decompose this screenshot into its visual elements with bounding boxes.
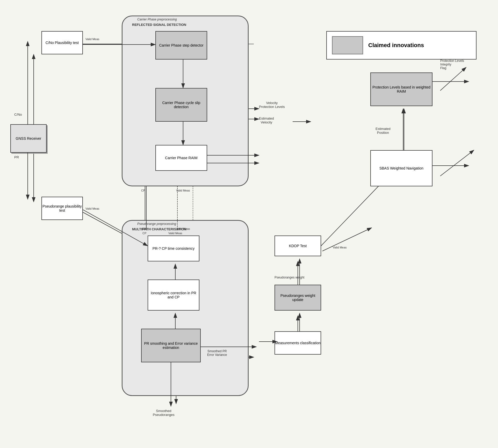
gnss-receiver-label: GNSS Receiver	[16, 136, 41, 141]
protection-levels-box: Protection Levels based in weighted RAIM	[370, 72, 432, 106]
pr-smoothing-box: PR smoothing and Error variance estimati…	[141, 329, 201, 362]
valid-meas-1: Valid Meas	[85, 38, 99, 41]
cp-cycle-slip-box: Carrier Phase cycle slip detection	[155, 88, 207, 122]
smoothed-class-arrow	[259, 339, 280, 355]
reflected-signal-title: REFLECTED SIGNAL DETECTION	[132, 23, 186, 27]
class-weight-arrow	[297, 311, 302, 334]
pseudorange-plausibility-box: Pseudorange plausibility test	[41, 197, 83, 220]
sbas-navigation-label: SBAS Weighted Navigation	[379, 166, 423, 170]
cno-plausibility-label: C/No Plausibility test	[46, 41, 79, 45]
measurements-classification-box: Measurements classification	[275, 331, 321, 355]
legend-shaded-box	[332, 36, 363, 54]
estimated-vel-arrow	[293, 119, 313, 124]
cno-plausibility-box: C/No Plausibility test	[41, 31, 83, 54]
cp-step-detector-label: Carrier Phase step detector	[159, 43, 203, 47]
svg-line-61	[83, 210, 148, 246]
iono-smooth-arrow	[173, 311, 178, 331]
svg-line-30	[322, 228, 372, 251]
cp-down-line: CP Valid Meas	[141, 186, 198, 238]
pr-smoothing-label: PR smoothing and Error variance estimati…	[142, 341, 200, 350]
cno-step-arrow	[83, 41, 159, 48]
gnss-receiver-box: GNSS Receiver	[10, 124, 47, 153]
carrier-phase-section-label: Carrier Phase preprocessing	[137, 18, 177, 21]
cno-label: C/No	[14, 113, 22, 116]
velocity-protection-label: VelocityProtection Levels	[259, 101, 285, 109]
claimed-innovations-label: Claimed innovations	[368, 42, 424, 49]
claimed-innovations-container: Claimed innovations	[326, 31, 477, 60]
pr-label: PR	[14, 155, 19, 159]
prcp-iono-arrow	[173, 261, 178, 282]
valid-meas-cp-2: Valid Meas	[176, 227, 190, 230]
arrows-layer	[0, 0, 498, 448]
gnss-cno-arrow	[25, 39, 30, 127]
diagram: GNSS Receiver C/No PR C/No Plausibility …	[0, 0, 498, 448]
cp-step-detector-box: Carrier Phase step detector	[155, 31, 207, 60]
cp-raim-label: Carrier Phase RAIM	[165, 156, 197, 160]
smooth-down-arrow	[168, 362, 174, 409]
ionospheric-label: Ionospheric correction in PR and CP	[148, 291, 199, 299]
estimated-position-label: EstimatedPosition	[376, 127, 391, 135]
protection-output-arrow	[432, 76, 474, 87]
kdop-test-label: KDOP Test	[289, 244, 307, 248]
ionospheric-box: Ionospheric correction in PR and CP	[148, 280, 199, 311]
measurements-classification-label: Measurements classification	[275, 341, 321, 345]
step-cycleslip-arrow	[181, 60, 186, 91]
protection-levels-label: Protection Levels based in weighted RAIM	[371, 85, 432, 93]
estimated-velocity-label: EstimatedVelocity	[259, 116, 274, 124]
smoothed-pseudoranges-label: SmoothedPseudoranges	[153, 409, 175, 417]
raim-velocity-arrows	[207, 150, 264, 171]
pseudorange-plausibility-label: Pseudorange plausibility test	[42, 204, 82, 212]
sbas-protection-arrow	[401, 106, 406, 153]
pr-cp-time-label: PR-? CP time consistency	[153, 246, 194, 251]
sbas-output-arrow	[432, 160, 474, 171]
svg-text:CP: CP	[142, 232, 146, 235]
cp-raim-box: Carrier Phase RAIM	[155, 145, 207, 171]
kdop-sbas-arrow: Valid Meas	[320, 225, 377, 282]
svg-text:Valid Meas: Valid Meas	[333, 246, 347, 249]
kdop-test-box: KDOP Test	[275, 236, 321, 256]
cp-cycle-slip-label: Carrier Phase cycle slip detection	[156, 101, 207, 109]
pseudoranges-weight-update-label: Pseudoranges weight update	[275, 293, 321, 302]
cp-label-2: CP	[142, 227, 146, 230]
pseudoranges-weight-update-box: Pseudoranges weight update	[275, 285, 321, 311]
sbas-navigation-box: SBAS Weighted Navigation	[370, 150, 432, 186]
weight-kdop-arrow	[297, 256, 302, 287]
pr-cp-time-box: PR-? CP time consistency	[148, 236, 199, 261]
cycleslip-raim-arrow	[181, 122, 186, 148]
svg-text:Valid Meas: Valid Meas	[168, 232, 182, 235]
smooth-right-arrow	[201, 343, 260, 351]
gnss-pr-arrow	[25, 153, 30, 204]
